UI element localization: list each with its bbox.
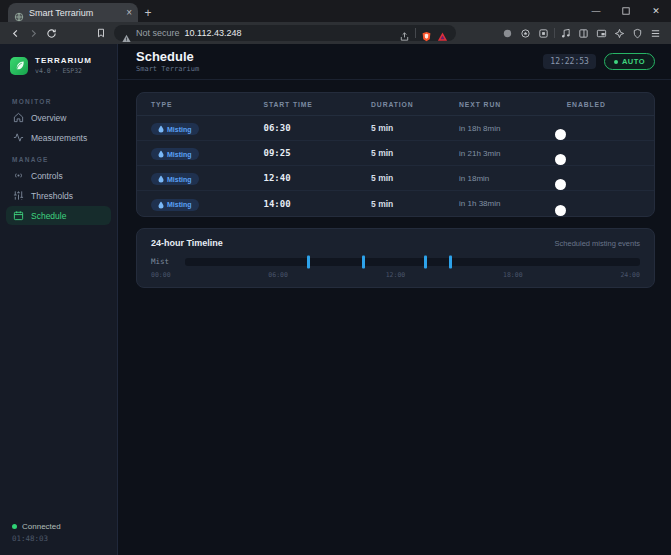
toggle-knob <box>555 129 566 140</box>
table-body: Misting 06:30 5 min in 18h 8min Misting … <box>137 116 654 216</box>
table-row: Misting 06:30 5 min in 18h 8min <box>137 116 654 141</box>
connection-status: Connected <box>12 522 105 531</box>
next-run: in 18min <box>459 174 567 183</box>
shield-status-icon[interactable] <box>630 25 645 41</box>
axis-label: 18:00 <box>503 271 523 279</box>
extension-box-icon[interactable] <box>536 25 551 41</box>
tab-favicon-icon <box>14 8 24 18</box>
forward-icon[interactable] <box>24 24 42 42</box>
toggle-knob <box>555 205 566 216</box>
duration: 5 min <box>371 148 459 158</box>
divider <box>554 28 555 38</box>
profile-icon[interactable] <box>500 25 515 41</box>
url-text: 10.112.43.248 <box>185 28 394 38</box>
status-label: Connected <box>22 522 61 531</box>
sidebar-item-measurements[interactable]: Measurements <box>6 128 111 147</box>
minimize-button[interactable]: — <box>581 0 611 22</box>
start-time: 06:30 <box>263 123 371 133</box>
auto-label: AUTO <box>622 57 645 66</box>
type-badge: Misting <box>151 199 199 211</box>
axis-label: 12:00 <box>386 271 406 279</box>
new-tab-button[interactable]: + <box>138 3 158 22</box>
uptime: 01:48:03 <box>12 534 105 543</box>
status-dot-icon <box>12 524 17 529</box>
toggle-knob <box>555 154 566 165</box>
app-version: v4.0 · ESP32 <box>35 67 92 75</box>
tab-close-icon[interactable]: × <box>126 8 132 18</box>
col-start-time: Start Time <box>263 101 371 108</box>
page-subtitle: Smart Terrarium <box>136 65 199 73</box>
timeline-axis: 00:0006:0012:0018:0024:00 <box>151 271 640 279</box>
clock: 12:22:53 <box>543 54 596 69</box>
home-icon <box>13 112 24 123</box>
misting-event-tick <box>307 255 310 268</box>
sidebar-item-overview[interactable]: Overview <box>6 108 111 127</box>
radio-icon <box>13 170 24 181</box>
col-next-run: Next Run <box>459 101 567 108</box>
maximize-button[interactable] <box>611 0 641 22</box>
type-badge: Misting <box>151 123 199 135</box>
auto-mode-badge[interactable]: AUTO <box>604 53 655 70</box>
timeline-track <box>185 258 640 266</box>
menu-icon[interactable] <box>648 25 663 41</box>
brave-shield-icon[interactable] <box>421 28 432 39</box>
misting-event-tick <box>449 255 452 268</box>
droplet-icon <box>158 150 164 158</box>
tab-title: Smart Terrarium <box>29 8 121 18</box>
droplet-icon <box>158 201 164 209</box>
start-time: 12:40 <box>263 173 371 183</box>
reading-mode-icon[interactable] <box>576 25 591 41</box>
auto-dot-icon <box>614 60 618 64</box>
page-header: Schedule Smart Terrarium 12:22:53 AUTO <box>118 44 671 80</box>
browser-window: Smart Terrarium × + — ✕ Not <box>0 0 671 555</box>
sidebar-item-schedule[interactable]: Schedule <box>6 206 111 225</box>
rewards-icon[interactable] <box>612 25 627 41</box>
timeline-subtitle: Scheduled misting events <box>555 239 640 248</box>
timeline-row-label: Mist <box>151 257 179 266</box>
sidebar-nav: MONITOR Overview Measurements MANAGE Con… <box>0 85 117 226</box>
droplet-icon <box>158 125 164 133</box>
toolbar-extensions <box>500 25 665 41</box>
schedule-table-card: Type Start Time Duration Next Run Enable… <box>136 92 655 217</box>
timeline-header: 24-hour Timeline Scheduled misting event… <box>151 238 640 248</box>
next-run: in 18h 8min <box>459 124 567 133</box>
address-bar-actions <box>399 28 448 39</box>
not-secure-warning-icon <box>122 29 131 38</box>
type-badge: Misting <box>151 173 199 185</box>
calendar-icon <box>13 210 24 221</box>
security-label: Not secure <box>136 28 180 38</box>
media-icon[interactable] <box>558 25 573 41</box>
back-icon[interactable] <box>6 24 24 42</box>
sidebar-footer: Connected 01:48:03 <box>0 512 117 555</box>
picture-in-picture-icon[interactable] <box>594 25 609 41</box>
brand: TERRARIUM v4.0 · ESP32 <box>0 44 117 85</box>
window-controls: — ✕ <box>581 0 671 22</box>
sidebar-item-thresholds[interactable]: Thresholds <box>6 186 111 205</box>
sliders-icon <box>13 190 24 201</box>
browser-tab[interactable]: Smart Terrarium × <box>8 3 138 22</box>
extension-triangle-icon[interactable] <box>437 28 448 39</box>
brand-text: TERRARIUM v4.0 · ESP32 <box>35 56 92 75</box>
share-icon[interactable] <box>399 28 410 39</box>
bookmark-icon[interactable] <box>92 24 110 42</box>
section-label: MANAGE <box>12 156 105 163</box>
tab-strip: Smart Terrarium × + — ✕ <box>0 0 671 22</box>
page-content: Type Start Time Duration Next Run Enable… <box>118 80 671 304</box>
col-enabled: Enabled <box>567 101 640 108</box>
axis-label: 24:00 <box>620 271 640 279</box>
leaf-logo-icon <box>10 57 28 75</box>
close-button[interactable]: ✕ <box>641 0 671 22</box>
terrarium-app: TERRARIUM v4.0 · ESP32 MONITOR Overview … <box>0 44 671 555</box>
table-row: Misting 09:25 5 min in 21h 3min <box>137 141 654 166</box>
reload-icon[interactable] <box>42 24 60 42</box>
timeline-title: 24-hour Timeline <box>151 238 223 248</box>
address-bar[interactable]: Not secure 10.112.43.248 <box>114 25 456 41</box>
duration: 5 min <box>371 199 459 209</box>
start-time: 09:25 <box>263 148 371 158</box>
timeline-row: Mist <box>151 257 640 266</box>
extension-badge-icon[interactable] <box>518 25 533 41</box>
activity-icon <box>13 132 24 143</box>
start-time: 14:00 <box>263 199 371 209</box>
table-row: Misting 14:00 5 min in 1h 38min <box>137 191 654 216</box>
sidebar-item-controls[interactable]: Controls <box>6 166 111 185</box>
